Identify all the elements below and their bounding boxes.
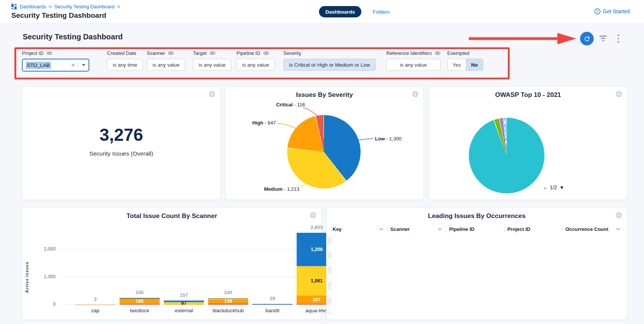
reference-identifiers-filter-button[interactable]: is any value	[386, 59, 440, 71]
tab-dashboards[interactable]: Dashboards	[319, 6, 361, 17]
breadcrumb-dashboards-link[interactable]: Dashboards	[20, 4, 46, 9]
dropdown-caret-icon[interactable]	[82, 64, 86, 66]
breadcrumb-current-dashboard-link[interactable]: Security Testing Dashboard	[54, 4, 115, 9]
y-tick-label: 2,000	[44, 246, 56, 252]
filter-label-text: Target	[193, 50, 207, 56]
project-id-value: STO_LAB	[26, 62, 51, 69]
bar-segment-medium[interactable]: 87	[164, 302, 204, 304]
filter-scanner-label: Scanner	[147, 50, 185, 56]
bar-segment-low[interactable]	[208, 298, 248, 299]
circled-question-icon: ?	[594, 8, 600, 14]
occurrences-table-title: Leading Issues By Occurrences	[327, 212, 627, 220]
chain-link-icon	[263, 51, 269, 55]
svg-text:?: ?	[596, 9, 599, 13]
column-label: Project ID	[507, 226, 530, 232]
chain-link-icon	[168, 51, 174, 55]
breadcrumb: Dashboards > Security Testing Dashboard …	[11, 4, 120, 9]
x-category-label: zap	[74, 308, 117, 313]
dashboard-section-title: Security Testing Dashboard	[23, 33, 123, 41]
bar-segment-high[interactable]: 188	[120, 299, 160, 304]
bar-segment-label: 188	[136, 299, 144, 304]
exempted-no-option[interactable]: No	[466, 59, 483, 70]
filter-project-id: Project ID STO_LAB ✕	[22, 50, 89, 72]
bar-bandit: 29	[251, 223, 294, 305]
column-label: Pipeline ID	[449, 226, 474, 232]
bar-total-label: 245	[118, 290, 161, 295]
bar-twistlock: 188245	[118, 223, 161, 305]
bar-segment-label: 1,061	[311, 278, 322, 284]
column-label: Occurrence Count	[565, 226, 608, 232]
refresh-icon	[583, 35, 591, 42]
filter-label-text: Pipeline ID	[236, 50, 260, 56]
target-filter-button[interactable]: is any value	[193, 59, 231, 71]
bar-external: 87157	[163, 223, 205, 305]
created-date-filter-button[interactable]: is any time	[107, 59, 143, 71]
chain-link-icon	[210, 51, 215, 55]
exempted-yes-option[interactable]: Yes	[448, 59, 466, 70]
issues-by-severity-title: Issues By Severity	[226, 91, 423, 99]
owasp-top10-card: OWASP Top 10 - 2021 ▲ 1/2 ▼	[429, 86, 627, 200]
refresh-dashboard-button[interactable]	[580, 32, 594, 45]
overall-issue-count-label: Security Issues (Overall)	[22, 150, 220, 157]
bar-segment-low[interactable]	[164, 301, 204, 302]
owasp-top10-title: OWASP Top 10 - 2021	[429, 91, 627, 99]
overall-issue-count: 3,276	[22, 125, 220, 145]
tab-folders[interactable]: Folders	[373, 9, 390, 15]
filter-pipeline-id-label: Pipeline ID	[236, 50, 275, 56]
filter-label-text: Reference Identifiers	[386, 50, 432, 56]
filter-label-text: Project ID	[22, 50, 44, 56]
chain-link-icon	[435, 51, 440, 55]
issues-by-severity-card: Issues By Severity Critical - 116 High -…	[225, 86, 424, 200]
bar-total-label: 2	[74, 296, 117, 302]
sort-chevron-icon[interactable]	[379, 228, 383, 231]
filter-exempted: Exempted Yes No	[447, 50, 483, 71]
column-label: Scanner	[390, 226, 410, 232]
bar-stack	[252, 304, 292, 305]
column-header-scanner[interactable]: Scanner	[387, 225, 446, 233]
column-header-project-id[interactable]: Project ID	[504, 225, 562, 233]
more-options-kebab-icon[interactable]	[617, 34, 619, 44]
severity-filter-chip[interactable]: is Critical or High or Medium or Low	[283, 59, 376, 71]
scanner-filter-button[interactable]: is any value	[147, 59, 185, 71]
filter-list-icon[interactable]	[599, 36, 607, 42]
filter-created-date-label: Created Date	[107, 50, 143, 56]
column-header-key[interactable]: Key	[330, 225, 387, 233]
pipeline-id-filter-button[interactable]: is any value	[236, 59, 275, 71]
paginate-up-icon[interactable]: ▲	[543, 185, 548, 190]
exempted-toggle: Yes No	[447, 59, 483, 71]
sort-chevron-icon[interactable]	[616, 228, 620, 231]
owasp-pie-chart[interactable]	[469, 118, 544, 193]
dashboards-grid-icon	[11, 4, 17, 9]
table-header-row: Key Scanner Pipeline ID Project ID Occur…	[330, 224, 624, 234]
filter-reference-identifiers: Reference Identifiers is any value	[386, 50, 440, 71]
severity-pie-chart[interactable]	[287, 115, 361, 188]
breadcrumb-separator: >	[117, 4, 120, 9]
project-id-combobox[interactable]: STO_LAB ✕	[22, 59, 89, 72]
filter-scanner: Scanner is any value	[147, 50, 185, 71]
bar-segment-low[interactable]	[120, 298, 160, 299]
bar-stack: 188	[120, 298, 160, 305]
sort-chevron-icon[interactable]	[438, 228, 442, 231]
globe-icon	[310, 212, 317, 219]
get-started-link[interactable]: ? Get Started	[594, 8, 630, 14]
filter-reference-identifiers-label: Reference Identifiers	[386, 50, 440, 56]
clear-x-icon[interactable]: ✕	[68, 62, 78, 68]
column-header-pipeline-id[interactable]: Pipeline ID	[446, 225, 504, 233]
bar-segment-label: 307	[313, 297, 321, 302]
bar-segment-critical[interactable]	[120, 304, 160, 305]
scanner-bar-chart[interactable]: 01,0002,0002zap188245twistlock87157exter…	[59, 223, 310, 305]
leading-issues-by-occurrences-card: Leading Issues By Occurrences Key Scanne…	[326, 207, 627, 320]
x-category-label: external	[163, 308, 205, 313]
filter-label-text: Scanner	[147, 50, 165, 56]
bar-segment-high[interactable]: 138	[208, 299, 248, 303]
view-tabs: Dashboards Folders	[319, 6, 390, 17]
bar-segment-low[interactable]	[252, 304, 292, 305]
globe-icon	[208, 90, 216, 98]
scanner-bar-title: Total Issue Count By Scanner	[22, 212, 321, 220]
bar-segment-medium[interactable]	[208, 299, 248, 299]
paginate-down-icon[interactable]: ▼	[559, 185, 564, 190]
column-header-occurrence-count[interactable]: Occurrence Count	[562, 225, 624, 233]
x-category-label: bandit	[251, 308, 294, 313]
annotation-red-arrow	[468, 32, 578, 45]
filter-target: Target is any value	[193, 50, 231, 71]
